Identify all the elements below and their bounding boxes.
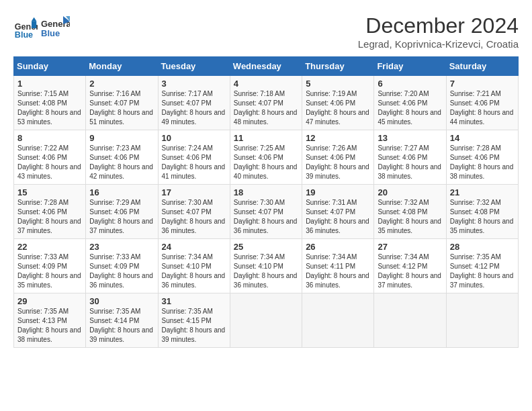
day-number: 25	[234, 242, 298, 252]
day-info: Sunrise: 7:20 AM Sunset: 4:06 PM Dayligh…	[378, 89, 442, 127]
day-info: Sunrise: 7:24 AM Sunset: 4:06 PM Dayligh…	[162, 144, 226, 181]
day-number: 2	[89, 79, 154, 89]
day-cell: 21 Sunrise: 7:32 AM Sunset: 4:08 PM Dayl…	[446, 185, 518, 239]
day-info: Sunrise: 7:21 AM Sunset: 4:06 PM Dayligh…	[450, 89, 515, 127]
day-cell: 9 Sunrise: 7:23 AM Sunset: 4:06 PM Dayli…	[86, 130, 158, 185]
day-info: Sunrise: 7:34 AM Sunset: 4:10 PM Dayligh…	[162, 253, 226, 290]
logo-bird-icon: General Blue	[40, 13, 70, 43]
svg-marker-2	[32, 21, 36, 28]
general-blue-logo-icon: General Blue	[13, 16, 38, 40]
day-number: 19	[306, 187, 370, 197]
day-info: Sunrise: 7:31 AM Sunset: 4:07 PM Dayligh…	[306, 198, 370, 236]
page-header: General Blue General Blue December 2024 …	[13, 13, 519, 50]
svg-marker-3	[32, 17, 36, 21]
day-number: 30	[89, 296, 154, 306]
svg-text:Blue: Blue	[41, 28, 60, 38]
weekday-header-tuesday: Tuesday	[158, 57, 230, 76]
day-cell: 30 Sunrise: 7:35 AM Sunset: 4:14 PM Dayl…	[86, 293, 158, 348]
day-info: Sunrise: 7:35 AM Sunset: 4:12 PM Dayligh…	[450, 253, 515, 290]
day-number: 1	[17, 79, 82, 89]
month-title: December 2024	[358, 13, 519, 38]
weekday-header-monday: Monday	[86, 57, 158, 76]
week-row-3: 15 Sunrise: 7:28 AM Sunset: 4:06 PM Dayl…	[14, 185, 519, 239]
day-info: Sunrise: 7:19 AM Sunset: 4:06 PM Dayligh…	[306, 89, 370, 127]
day-info: Sunrise: 7:29 AM Sunset: 4:06 PM Dayligh…	[89, 198, 154, 236]
day-number: 24	[162, 242, 226, 252]
location-title: Legrad, Koprivnica-Krizevci, Croatia	[358, 38, 519, 50]
day-cell: 19 Sunrise: 7:31 AM Sunset: 4:07 PM Dayl…	[302, 185, 374, 239]
day-cell: 10 Sunrise: 7:24 AM Sunset: 4:06 PM Dayl…	[158, 130, 230, 185]
day-cell: 28 Sunrise: 7:35 AM Sunset: 4:12 PM Dayl…	[446, 239, 518, 293]
day-cell: 8 Sunrise: 7:22 AM Sunset: 4:06 PM Dayli…	[14, 130, 86, 185]
day-number: 11	[234, 133, 298, 143]
day-info: Sunrise: 7:35 AM Sunset: 4:15 PM Dayligh…	[162, 307, 226, 345]
day-info: Sunrise: 7:35 AM Sunset: 4:14 PM Dayligh…	[89, 307, 154, 345]
day-cell: 17 Sunrise: 7:30 AM Sunset: 4:07 PM Dayl…	[158, 185, 230, 239]
day-number: 28	[450, 242, 515, 252]
weekday-header-thursday: Thursday	[302, 57, 374, 76]
day-cell: 6 Sunrise: 7:20 AM Sunset: 4:06 PM Dayli…	[374, 76, 446, 130]
day-cell: 25 Sunrise: 7:34 AM Sunset: 4:10 PM Dayl…	[230, 239, 302, 293]
day-number: 17	[162, 187, 226, 197]
day-cell: 15 Sunrise: 7:28 AM Sunset: 4:06 PM Dayl…	[14, 185, 86, 239]
logo: General Blue General Blue	[13, 13, 70, 43]
day-info: Sunrise: 7:33 AM Sunset: 4:09 PM Dayligh…	[89, 253, 154, 290]
day-info: Sunrise: 7:18 AM Sunset: 4:07 PM Dayligh…	[234, 89, 298, 127]
day-number: 27	[378, 242, 442, 252]
day-cell: 20 Sunrise: 7:32 AM Sunset: 4:08 PM Dayl…	[374, 185, 446, 239]
day-number: 16	[89, 187, 154, 197]
day-cell: 11 Sunrise: 7:25 AM Sunset: 4:06 PM Dayl…	[230, 130, 302, 185]
weekday-header-wednesday: Wednesday	[230, 57, 302, 76]
day-info: Sunrise: 7:33 AM Sunset: 4:09 PM Dayligh…	[17, 253, 82, 290]
week-row-2: 8 Sunrise: 7:22 AM Sunset: 4:06 PM Dayli…	[14, 130, 519, 185]
day-number: 10	[162, 133, 226, 143]
day-info: Sunrise: 7:30 AM Sunset: 4:07 PM Dayligh…	[162, 198, 226, 236]
day-cell: 12 Sunrise: 7:26 AM Sunset: 4:06 PM Dayl…	[302, 130, 374, 185]
day-cell	[446, 293, 518, 348]
day-info: Sunrise: 7:28 AM Sunset: 4:06 PM Dayligh…	[450, 144, 515, 181]
day-number: 7	[450, 79, 515, 89]
day-number: 21	[450, 187, 515, 197]
day-number: 20	[378, 187, 442, 197]
day-cell: 22 Sunrise: 7:33 AM Sunset: 4:09 PM Dayl…	[14, 239, 86, 293]
day-cell: 24 Sunrise: 7:34 AM Sunset: 4:10 PM Dayl…	[158, 239, 230, 293]
day-cell	[374, 293, 446, 348]
day-number: 4	[234, 79, 298, 89]
day-info: Sunrise: 7:35 AM Sunset: 4:13 PM Dayligh…	[17, 307, 82, 345]
day-number: 14	[450, 133, 515, 143]
svg-text:Blue: Blue	[15, 30, 33, 40]
day-cell	[230, 293, 302, 348]
day-cell: 23 Sunrise: 7:33 AM Sunset: 4:09 PM Dayl…	[86, 239, 158, 293]
day-info: Sunrise: 7:27 AM Sunset: 4:06 PM Dayligh…	[378, 144, 442, 181]
day-number: 6	[378, 79, 442, 89]
day-number: 29	[17, 296, 82, 306]
day-number: 12	[306, 133, 370, 143]
day-number: 18	[234, 187, 298, 197]
day-cell: 27 Sunrise: 7:34 AM Sunset: 4:12 PM Dayl…	[374, 239, 446, 293]
day-info: Sunrise: 7:34 AM Sunset: 4:11 PM Dayligh…	[306, 253, 370, 290]
weekday-header-sunday: Sunday	[14, 57, 86, 76]
week-row-5: 29 Sunrise: 7:35 AM Sunset: 4:13 PM Dayl…	[14, 293, 519, 348]
weekday-header-saturday: Saturday	[446, 57, 518, 76]
day-number: 3	[162, 79, 226, 89]
day-info: Sunrise: 7:15 AM Sunset: 4:08 PM Dayligh…	[17, 89, 82, 127]
day-number: 31	[162, 296, 226, 306]
day-info: Sunrise: 7:32 AM Sunset: 4:08 PM Dayligh…	[450, 198, 515, 236]
day-info: Sunrise: 7:28 AM Sunset: 4:06 PM Dayligh…	[17, 198, 82, 236]
week-row-1: 1 Sunrise: 7:15 AM Sunset: 4:08 PM Dayli…	[14, 76, 519, 130]
day-cell: 13 Sunrise: 7:27 AM Sunset: 4:06 PM Dayl…	[374, 130, 446, 185]
day-number: 5	[306, 79, 370, 89]
day-info: Sunrise: 7:34 AM Sunset: 4:10 PM Dayligh…	[234, 253, 298, 290]
day-number: 22	[17, 242, 82, 252]
weekday-header-row: SundayMondayTuesdayWednesdayThursdayFrid…	[14, 57, 519, 76]
day-cell: 4 Sunrise: 7:18 AM Sunset: 4:07 PM Dayli…	[230, 76, 302, 130]
title-area: December 2024 Legrad, Koprivnica-Krizevc…	[358, 13, 519, 50]
day-cell	[302, 293, 374, 348]
day-info: Sunrise: 7:16 AM Sunset: 4:07 PM Dayligh…	[89, 89, 154, 127]
calendar-table: SundayMondayTuesdayWednesdayThursdayFrid…	[13, 56, 519, 348]
day-cell: 18 Sunrise: 7:30 AM Sunset: 4:07 PM Dayl…	[230, 185, 302, 239]
day-number: 23	[89, 242, 154, 252]
day-number: 8	[17, 133, 82, 143]
day-number: 26	[306, 242, 370, 252]
day-cell: 5 Sunrise: 7:19 AM Sunset: 4:06 PM Dayli…	[302, 76, 374, 130]
